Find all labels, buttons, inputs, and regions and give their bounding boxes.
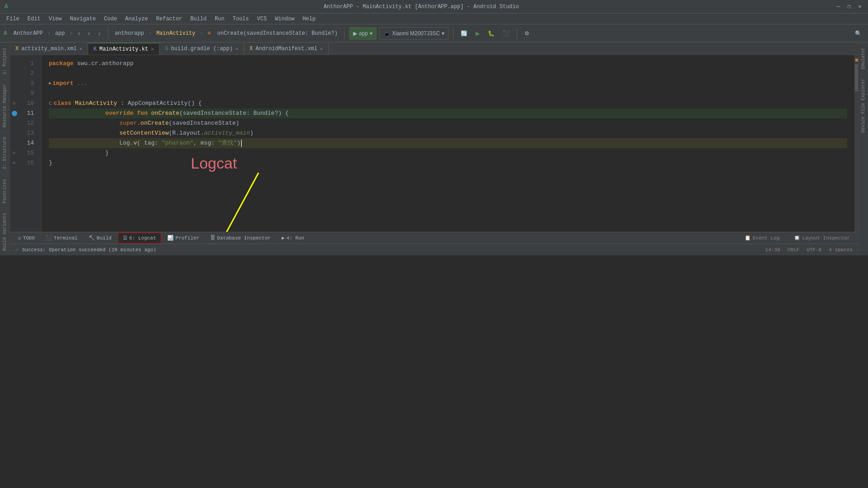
settings-button[interactable]: ⚙ bbox=[522, 27, 532, 40]
terminal-tab[interactable]: ⬛ Terminal bbox=[41, 233, 82, 244]
menu-code[interactable]: Code bbox=[100, 15, 121, 23]
gutter-line-9 bbox=[10, 89, 19, 99]
scrollbar-thumb[interactable] bbox=[855, 64, 858, 91]
tab-activity-main-xml-close[interactable]: ✕ bbox=[80, 46, 82, 52]
menu-build[interactable]: Build bbox=[187, 15, 210, 23]
cursor-position[interactable]: 14:30 bbox=[765, 247, 780, 253]
search-everywhere-button[interactable]: 🔍 bbox=[852, 27, 864, 40]
import-fold[interactable]: ▶ bbox=[49, 79, 52, 89]
menu-analyze[interactable]: Analyze bbox=[122, 15, 151, 23]
menu-tools[interactable]: Tools bbox=[229, 15, 253, 23]
line-num-13: 13 bbox=[19, 128, 38, 138]
menu-vcs[interactable]: VCS bbox=[254, 15, 271, 23]
tag-label: tag: bbox=[144, 138, 158, 148]
menu-run[interactable]: Run bbox=[211, 15, 228, 23]
structure-tool-window[interactable]: 2: Structure bbox=[1, 132, 9, 174]
toolbar-file: MainActivity bbox=[155, 29, 197, 38]
tab-main-activity-kt[interactable]: K MainActivity.kt ✕ bbox=[88, 43, 160, 55]
profiler-tab[interactable]: 📊 Profiler bbox=[163, 233, 204, 244]
menu-refactor[interactable]: Refactor bbox=[152, 15, 186, 23]
run-dropdown-icon: ▾ bbox=[370, 30, 373, 37]
line-num-10: 10 bbox=[19, 99, 38, 108]
toolbar-sep2 bbox=[344, 28, 344, 39]
build-icon: 🔨 bbox=[89, 235, 95, 241]
bottom-right-tools: 📋 Event Log 🔲 Layout Inspector bbox=[740, 233, 854, 244]
favorites-tool-window[interactable]: Favorites bbox=[1, 174, 9, 208]
editor-scrollbar[interactable] bbox=[854, 55, 858, 232]
toolbar-nav-forward[interactable]: › bbox=[85, 27, 93, 40]
method-fold-icon[interactable]: ▷ bbox=[13, 148, 16, 158]
menu-window[interactable]: Window bbox=[271, 15, 298, 23]
tab-activity-main-xml[interactable]: X activity_main.xml ✕ bbox=[10, 43, 88, 55]
line-separator[interactable]: CRLF bbox=[788, 247, 799, 253]
run-tab-icon: ▶ bbox=[282, 235, 285, 241]
menu-help[interactable]: Help bbox=[299, 15, 319, 23]
run-icon: ▶ bbox=[353, 30, 357, 37]
method-super-oncreate: onCreate bbox=[141, 118, 169, 128]
maximize-button[interactable]: ❐ bbox=[845, 3, 853, 10]
code-text[interactable]: package swu.cr.anthorapp ▶ import ... C bbox=[42, 55, 854, 232]
tab-android-manifest-close[interactable]: ✕ bbox=[320, 46, 323, 52]
menu-file[interactable]: File bbox=[3, 15, 23, 23]
run-config-label: app bbox=[359, 30, 368, 37]
paren-close: ) { bbox=[278, 108, 288, 118]
sync-button[interactable]: 🔄 bbox=[458, 27, 470, 40]
tab-main-activity-kt-close[interactable]: ✕ bbox=[151, 47, 154, 52]
status-message: Success: Operation succeeded (20 minutes… bbox=[22, 247, 156, 253]
event-log-label: Event Log bbox=[753, 235, 779, 241]
tab-android-manifest[interactable]: X AndroidManifest.xml ✕ bbox=[244, 43, 329, 55]
emulator-tool-window[interactable]: Emulator bbox=[859, 42, 867, 74]
tab-build-gradle-close[interactable]: ✕ bbox=[236, 46, 238, 52]
run-config-select[interactable]: ▶ app ▾ bbox=[349, 27, 377, 40]
close-button[interactable]: ✕ bbox=[856, 3, 863, 10]
class-end-fold-icon[interactable]: ▷ bbox=[13, 158, 16, 168]
toolbar-right: 🔍 bbox=[852, 27, 864, 40]
build-variants-tool-window[interactable]: Build Variants bbox=[1, 208, 9, 255]
run-button[interactable]: ▶ bbox=[473, 27, 482, 40]
build-label: Build bbox=[97, 235, 112, 241]
text-cursor bbox=[241, 140, 242, 147]
resource-manager-tool-window[interactable]: Resource Manager bbox=[1, 79, 9, 132]
menu-edit[interactable]: Edit bbox=[24, 15, 44, 23]
build-tab[interactable]: 🔨 Build bbox=[84, 233, 116, 244]
debug-button[interactable]: 🐛 bbox=[485, 27, 497, 40]
status-right: 14:30 CRLF UTF-8 4 spaces bbox=[765, 247, 853, 253]
main-content: 1: Project Resource Manager 2: Structure… bbox=[0, 42, 868, 255]
code-editor[interactable]: ▷ ▷ ▷ 1 bbox=[10, 55, 858, 232]
minimize-button[interactable]: — bbox=[835, 3, 842, 10]
super-args: (savedInstanceState) bbox=[169, 118, 239, 128]
method-oncreate: onCreate bbox=[151, 108, 179, 118]
encoding[interactable]: UTF-8 bbox=[807, 247, 821, 253]
line-num-1: 1 bbox=[19, 59, 38, 69]
xml-file-icon: X bbox=[15, 46, 19, 52]
class-fold-icon[interactable]: ▷ bbox=[13, 99, 16, 108]
tab-build-gradle[interactable]: G build.gradle (:app) ✕ bbox=[160, 43, 244, 55]
toolbar-nav-recent[interactable]: ↓ bbox=[95, 27, 104, 40]
project-tool-window[interactable]: 1: Project bbox=[1, 42, 9, 79]
logcat-tab[interactable]: ☰ 6: Logcat bbox=[118, 233, 161, 244]
gutter-line-10: ▷ bbox=[10, 99, 19, 108]
breakpoint-11[interactable] bbox=[12, 111, 17, 116]
menu-view[interactable]: View bbox=[45, 15, 66, 23]
device-icon: 📱 bbox=[383, 30, 390, 37]
device-select[interactable]: 📱 Xiaomi M2007J3SC ▾ bbox=[379, 27, 448, 40]
indent-setting[interactable]: 4 spaces bbox=[829, 247, 853, 253]
toolbar-nav-back[interactable]: ‹ bbox=[75, 27, 83, 40]
line-num-12: 12 bbox=[19, 118, 38, 128]
database-icon: 🗄 bbox=[210, 235, 215, 241]
device-file-explorer-tool-window[interactable]: Device File Explorer bbox=[859, 74, 867, 137]
database-inspector-tab[interactable]: 🗄 Database Inspector bbox=[206, 233, 275, 244]
profiler-label: Profiler bbox=[175, 235, 199, 241]
dot1: . bbox=[137, 118, 141, 128]
menu-navigate[interactable]: Navigate bbox=[66, 15, 99, 23]
run-tab[interactable]: ▶ 4: Run bbox=[277, 233, 309, 244]
param-type: Bundle? bbox=[254, 108, 278, 118]
line-num-16: 16 bbox=[19, 158, 38, 168]
todo-tab[interactable]: ☑ TODO bbox=[14, 233, 39, 244]
line-num-3: 3 bbox=[19, 79, 38, 89]
right-tool-windows: Emulator Device File Explorer bbox=[858, 42, 868, 255]
layout-inspector-tab[interactable]: 🔲 Layout Inspector bbox=[789, 233, 854, 244]
stop-button[interactable]: ⬛ bbox=[500, 27, 512, 40]
event-log-tab[interactable]: 📋 Event Log bbox=[740, 233, 784, 244]
tab-android-manifest-label: AndroidManifest.xml bbox=[255, 46, 317, 52]
